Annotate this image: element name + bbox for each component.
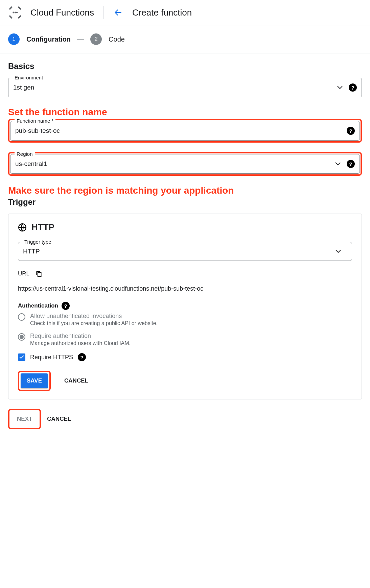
auth-option-desc: Check this if you are creating a public … <box>30 320 352 326</box>
page-header: Cloud Functions Create function <box>0 0 370 25</box>
help-icon[interactable]: ? <box>62 302 70 310</box>
globe-icon <box>18 223 27 232</box>
step-1-circle[interactable]: 1 <box>8 33 20 45</box>
function-name-value: pub-sub-test-oc <box>15 127 347 134</box>
environment-value: 1st gen <box>13 84 337 91</box>
auth-option-label: Allow unauthenticated invocations <box>30 313 352 320</box>
require-https-label: Require HTTPS <box>30 354 73 361</box>
auth-option-require-authentication[interactable]: Require authentication Manage authorized… <box>18 333 352 346</box>
function-name-label: Function name * <box>15 118 55 124</box>
chevron-down-icon <box>337 86 343 89</box>
cloud-functions-icon <box>8 5 22 20</box>
trigger-heading: HTTP <box>31 222 54 232</box>
help-icon[interactable]: ? <box>78 353 86 361</box>
next-button[interactable]: NEXT <box>11 412 38 426</box>
environment-label: Environment <box>13 75 45 80</box>
help-icon[interactable]: ? <box>349 83 357 92</box>
step-separator <box>77 39 84 40</box>
copy-icon[interactable] <box>36 270 42 277</box>
svg-point-2 <box>16 12 18 14</box>
radio-checked-icon <box>18 333 25 341</box>
step-2-number: 2 <box>95 36 98 42</box>
radio-icon <box>18 313 25 321</box>
back-arrow-icon[interactable] <box>113 8 123 17</box>
step-2-label: Code <box>109 35 125 43</box>
step-1-label: Configuration <box>26 35 71 43</box>
step-2-circle[interactable]: 2 <box>90 33 102 45</box>
cancel-button[interactable]: CANCEL <box>58 373 94 388</box>
region-select[interactable]: Region us-central1 ? <box>10 154 360 174</box>
page-title: Create function <box>132 7 192 18</box>
url-value: https://us-central1-visionai-testing.clo… <box>18 285 352 292</box>
header-divider <box>103 6 104 19</box>
stepper: 1 Configuration 2 Code <box>0 25 370 53</box>
help-icon[interactable]: ? <box>347 127 355 135</box>
region-label: Region <box>15 151 35 157</box>
product-title: Cloud Functions <box>30 7 94 18</box>
auth-option-desc: Manage authorized users with Cloud IAM. <box>30 340 352 346</box>
svg-rect-5 <box>38 273 41 277</box>
authentication-label: Authentication <box>18 302 58 309</box>
function-name-input[interactable]: Function name * pub-sub-test-oc ? <box>10 121 360 141</box>
trigger-type-label: Trigger type <box>22 239 53 245</box>
region-value: us-central1 <box>15 160 335 168</box>
chevron-down-icon <box>336 250 341 253</box>
help-icon[interactable]: ? <box>347 160 355 168</box>
url-label: URL <box>18 270 29 277</box>
trigger-section-title: Trigger <box>8 197 362 207</box>
trigger-type-value: HTTP <box>23 248 336 255</box>
basics-section-title: Basics <box>8 62 362 71</box>
save-button[interactable]: SAVE <box>21 373 48 388</box>
require-https-checkbox[interactable]: Require HTTPS ? <box>18 353 352 361</box>
auth-option-allow-unauthenticated[interactable]: Allow unauthenticated invocations Check … <box>18 313 352 326</box>
svg-point-0 <box>13 12 14 14</box>
auth-option-label: Require authentication <box>30 333 352 340</box>
annotation-region: Make sure the region is matching your ap… <box>8 185 362 196</box>
environment-select[interactable]: Environment 1st gen ? <box>8 78 362 97</box>
trigger-type-select[interactable]: Trigger type HTTP <box>18 242 352 261</box>
annotation-function-name: Set the function name <box>8 107 362 118</box>
chevron-down-icon <box>335 162 341 166</box>
trigger-card: HTTP Trigger type HTTP URL https://us-ce… <box>8 214 362 399</box>
step-1-number: 1 <box>13 36 16 42</box>
cancel-bottom-button[interactable]: CANCEL <box>41 412 77 426</box>
svg-point-1 <box>15 12 16 14</box>
checkbox-checked-icon <box>18 353 25 361</box>
